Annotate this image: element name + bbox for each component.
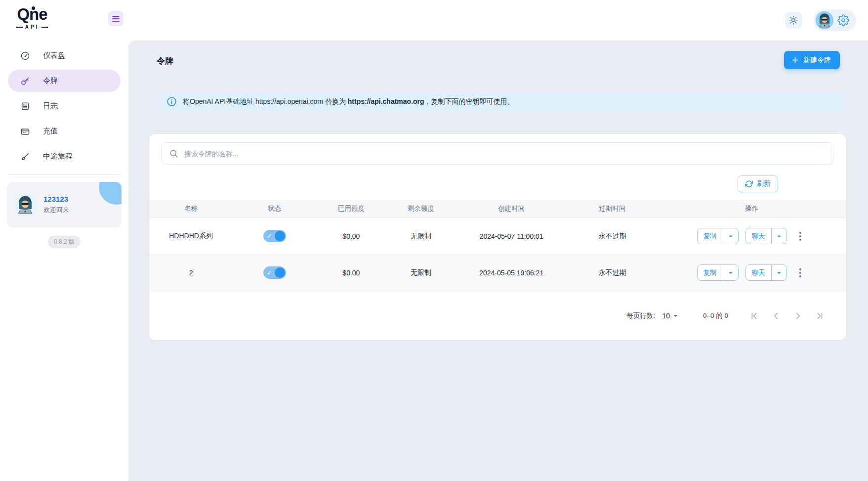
brush-icon [20,152,30,162]
user-name: 123123 [43,195,69,203]
sidebar-item-label: 中途旅程 [43,152,73,161]
col-header-name: 名称 [149,204,233,213]
user-avatar[interactable] [816,11,833,29]
sidebar-item-label: 充值 [43,127,58,136]
card-corner-decoration [99,182,122,205]
remaining-quota: 无限制 [386,232,455,241]
last-page-button[interactable] [813,309,826,322]
pager-buttons [748,309,826,322]
created-time: 2024-05-07 11:00:01 [455,232,567,240]
row-menu-button[interactable] [794,264,807,281]
key-icon [20,76,30,86]
hamburger-icon [112,16,120,17]
logo-subtitle: API [11,24,53,30]
user-greeting: 欢迎回来 [43,206,69,215]
refresh-button[interactable]: 刷新 [738,175,778,192]
settings-button[interactable] [837,14,849,26]
sidebar-toggle-button[interactable] [108,11,124,26]
check-icon: ✓ [267,233,272,239]
gauge-icon [20,51,30,61]
sidebar-item-topup[interactable]: 充值 [8,120,121,142]
logo-text: Qne [11,5,53,24]
chevron-down-icon [671,311,680,320]
user-menu[interactable] [814,9,856,31]
rows-per-page-label: 每页行数: [627,311,656,320]
first-page-icon [749,310,760,321]
gear-icon [837,14,849,26]
expire-time: 永不过期 [567,268,658,277]
app-logo: Qne API [11,5,53,30]
theme-toggle-button[interactable] [785,12,802,29]
pagination: 每页行数: 10 0–0 的 0 [149,291,846,340]
kebab-icon [799,232,801,234]
plus-icon [791,56,799,64]
sidebar-divider [8,175,121,175]
table-row: 2 ✓ $0.00 无限制 2024-05-05 19:06:21 永不过期 复… [149,255,846,291]
remaining-quota: 无限制 [386,268,455,277]
info-banner: 将OpenAI API基础地址 https://api.openai.com 替… [159,93,845,110]
toggle-knob [275,231,285,241]
row-actions: 复制 聊天 [658,264,846,281]
api-base-url: https://api.chatmao.org [348,97,424,105]
chat-dropdown-button[interactable] [771,228,786,244]
chevron-down-icon [775,232,784,241]
search-input[interactable] [184,150,826,158]
chat-dropdown-button[interactable] [771,265,786,280]
chevron-down-icon [726,268,735,277]
refresh-icon [745,180,753,188]
version-badge: 0.8.2 版 [48,236,81,248]
table-row: HDHDHD系列 ✓ $0.00 无限制 2024-05-07 11:00:01… [149,218,846,255]
copy-dropdown-button[interactable] [723,228,738,244]
col-header-remaining: 剩余额度 [386,204,455,213]
first-page-button[interactable] [748,309,761,322]
user-card[interactable]: 123123 欢迎回来 [7,182,122,227]
tokens-table: 名称 状态 已用额度 剩余额度 创建时间 过期时间 操作 HDHDHD系列 ✓ … [149,200,846,291]
main-content: 令牌 新建令牌 将OpenAI API基础地址 https://api.open… [128,41,868,481]
status-toggle[interactable]: ✓ [263,266,286,279]
sidebar-item-label: 日志 [43,101,58,111]
search-icon [169,149,178,158]
copy-button[interactable]: 复制 [698,265,723,280]
sun-icon [788,15,798,25]
new-token-button[interactable]: 新建令牌 [784,51,840,69]
copy-button[interactable]: 复制 [698,228,723,244]
sidebar-item-tokens[interactable]: 令牌 [8,70,121,92]
next-page-button[interactable] [791,309,804,322]
banner-text: 将OpenAI API基础地址 https://api.openai.com 替… [183,97,514,106]
status-toggle[interactable]: ✓ [263,230,286,242]
sidebar-item-dashboard[interactable]: 仪表盘 [8,44,121,67]
sidebar: Qne API 仪表盘 令牌 日志 充值 中途旅程 [0,0,128,481]
kebab-icon [799,268,801,270]
used-quota: $0.00 [316,232,386,240]
toggle-knob [275,267,285,278]
sidebar-item-logs[interactable]: 日志 [8,95,121,117]
chevron-down-icon [726,232,735,241]
info-icon [166,96,177,107]
tokens-card: 刷新 名称 状态 已用额度 剩余额度 创建时间 过期时间 操作 HDHDHD系列… [149,134,846,340]
last-page-icon [814,310,825,321]
table-header-row: 名称 状态 已用额度 剩余额度 创建时间 过期时间 操作 [149,200,846,218]
search-box [162,142,833,165]
page-size-select[interactable]: 10 [662,311,680,320]
prev-page-button[interactable] [770,309,783,322]
copy-dropdown-button[interactable] [723,265,738,280]
col-header-used: 已用额度 [316,204,386,213]
col-header-created: 创建时间 [455,204,567,213]
created-time: 2024-05-05 19:06:21 [455,269,567,277]
chevron-right-icon [792,310,803,321]
sidebar-item-midjourney[interactable]: 中途旅程 [8,145,121,168]
row-actions: 复制 聊天 [658,228,846,244]
sidebar-nav: 仪表盘 令牌 日志 充值 中途旅程 [8,44,121,171]
page-title: 令牌 [157,55,173,67]
chat-split-button: 聊天 [745,264,787,281]
chat-button[interactable]: 聊天 [746,265,771,280]
sidebar-item-label: 仪表盘 [43,51,65,60]
token-name: 2 [149,269,233,277]
copy-split-button: 复制 [697,264,739,281]
row-menu-button[interactable] [794,228,807,244]
chat-split-button: 聊天 [745,228,787,244]
page-size-value: 10 [662,312,670,320]
logs-icon [20,101,30,111]
chat-button[interactable]: 聊天 [746,228,771,244]
logo-dot [32,6,35,10]
